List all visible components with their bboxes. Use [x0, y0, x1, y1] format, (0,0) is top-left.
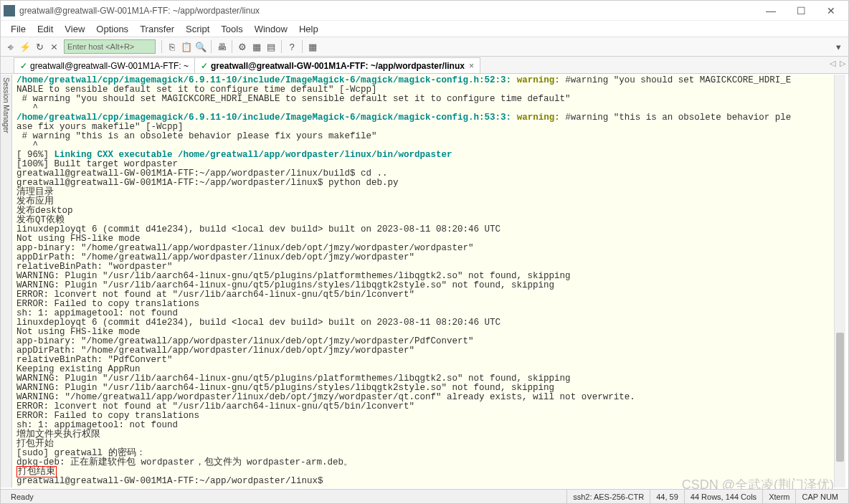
quick-connect-icon[interactable]: ⚡: [18, 39, 32, 54]
status-ready: Ready: [5, 490, 566, 503]
copy-icon[interactable]: ⎘: [165, 39, 179, 54]
menu-help[interactable]: Help: [299, 24, 318, 34]
paste-icon[interactable]: 📋: [179, 39, 194, 54]
tab-next-icon[interactable]: ▷: [840, 59, 845, 68]
dropdown-icon[interactable]: ▾: [831, 39, 845, 54]
extra-icon[interactable]: ▦: [305, 39, 320, 54]
reconnect-icon[interactable]: ↻: [32, 39, 47, 54]
close-button[interactable]: ✕: [822, 5, 840, 16]
menubar: File Edit View Options Transfer Script T…: [1, 21, 848, 37]
scrollbar-vertical[interactable]: [834, 75, 845, 488]
session-manager-tab[interactable]: Session Manager: [1, 75, 12, 488]
check-icon: ✓: [20, 61, 27, 71]
disconnect-icon[interactable]: ⨯: [47, 39, 61, 54]
scrollbar-thumb[interactable]: [836, 333, 844, 462]
status-size: 44 Rows, 144 Cols: [684, 490, 762, 503]
app-icon: [4, 5, 15, 16]
print-icon[interactable]: 🖶: [214, 39, 229, 54]
tab-prev-icon[interactable]: ◁: [830, 59, 835, 68]
menu-edit[interactable]: Edit: [37, 24, 53, 34]
menu-tools[interactable]: Tools: [221, 24, 242, 34]
status-cursor-pos: 44, 59: [650, 490, 684, 503]
check-icon: ✓: [201, 61, 208, 71]
titlebar: greatwall@greatwall-GW-001M1A-FTF: ~/app…: [1, 1, 848, 21]
menu-transfer[interactable]: Transfer: [140, 24, 174, 34]
session-tab-1[interactable]: ✓ greatwall@greatwall-GW-001M1A-FTF: ~: [14, 57, 195, 73]
session-tab-2[interactable]: ✓ greatwall@greatwall-GW-001M1A-FTF: ~/a…: [194, 57, 480, 73]
statusbar: Ready ssh2: AES-256-CTR 44, 59 44 Rows, …: [1, 489, 848, 503]
menu-window[interactable]: Window: [255, 24, 288, 34]
settings-icon[interactable]: ⚙: [235, 39, 250, 54]
session-icon[interactable]: ▦: [250, 39, 264, 54]
status-ssh: ssh2: AES-256-CTR: [566, 490, 650, 503]
find-icon[interactable]: 🔍: [194, 39, 208, 54]
menu-options[interactable]: Options: [96, 24, 128, 34]
menu-view[interactable]: View: [65, 24, 85, 34]
minimize-button[interactable]: —: [762, 5, 779, 16]
menu-script[interactable]: Script: [186, 24, 209, 34]
tile-icon[interactable]: ▤: [264, 39, 278, 54]
status-caps: CAP NUM: [795, 490, 844, 503]
menu-file[interactable]: File: [11, 24, 26, 34]
toolbar: ⎆ ⚡ ↻ ⨯ Enter host <Alt+R> ⎘ 📋 🔍 🖶 ⚙ ▦ ▤…: [1, 37, 848, 57]
status-term: Xterm: [762, 490, 795, 503]
tabbar: ✓ greatwall@greatwall-GW-001M1A-FTF: ~ ✓…: [1, 57, 848, 74]
terminal-output[interactable]: /home/greatwall/cpp/imagemagick/6.9.11-1…: [14, 75, 845, 488]
connect-icon[interactable]: ⎆: [4, 39, 18, 54]
help-icon[interactable]: ?: [285, 39, 299, 54]
maximize-button[interactable]: ☐: [792, 5, 810, 16]
window-title: greatwall@greatwall-GW-001M1A-FTF: ~/app…: [19, 6, 762, 16]
close-tab-icon[interactable]: ×: [469, 61, 474, 71]
host-input[interactable]: Enter host <Alt+R>: [64, 39, 156, 54]
